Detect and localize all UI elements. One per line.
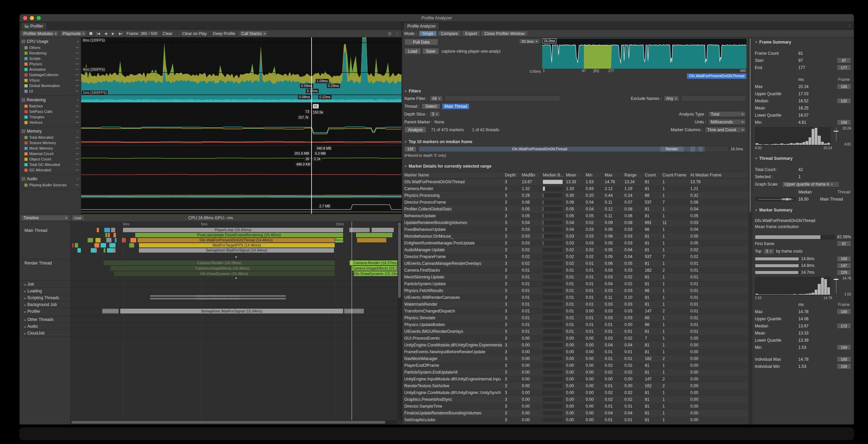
marker-row[interactable]: NavMeshManager30.000.000.000.010.0116220…: [402, 355, 748, 362]
marker-row[interactable]: UnityEngine.CoreModule.dll!UnityEngine.E…: [402, 342, 748, 348]
column-header-marker-name[interactable]: Marker Name: [402, 172, 503, 178]
marker-row[interactable]: RenderTexture.SetActive30.000.000.000.01…: [402, 382, 748, 389]
selected-marker-chip[interactable]: Gfx.WaitForPresentOnGfxThread: [687, 73, 746, 79]
thread-label-loading[interactable]: ▸Loading: [20, 288, 70, 294]
frame-jump-button[interactable]: 97: [837, 57, 851, 63]
thread-label-cloudjob[interactable]: ▸CloudJob: [20, 330, 70, 337]
marker-row[interactable]: Gfx.WaitForPresentOnGfxThread313.6713.33…: [402, 178, 748, 185]
timeline-bar[interactable]: Camera.Render (16.28ms): [104, 260, 335, 265]
timeline-bar[interactable]: Semaphore.WaitForSignal (18.46ms): [150, 298, 286, 300]
marker-row[interactable]: ParticleSystem.Update30.010.010.010.040.…: [402, 280, 748, 287]
frame-jump-button[interactable]: 97: [837, 241, 851, 246]
mode-single[interactable]: Single: [419, 31, 437, 36]
marker-row[interactable]: PlayerEndOfFrame30.000.000.000.020.02811…: [402, 362, 748, 369]
thread-label-other-threads[interactable]: ▸Other Threads: [20, 316, 70, 323]
top-marker-segment[interactable]: Gfx.WaitForPresentOnGfxThread: [419, 147, 660, 152]
timeline-horizontal-scrollbar[interactable]: [71, 420, 397, 424]
marker-row[interactable]: ParticleSystem.EndUpdateAll30.000.000.00…: [402, 369, 748, 376]
marker-row[interactable]: Director.PrepareFrame30.020.020.020.050.…: [402, 253, 748, 260]
legend-item-material-count[interactable]: Material Count: [20, 151, 81, 156]
marker-row[interactable]: UIEvents.WillRenderCanvases30.010.010.01…: [402, 294, 748, 301]
exclude-mode-dropdown[interactable]: Any: [664, 96, 679, 101]
legend-item-mesh-memory[interactable]: Mesh Memory: [20, 146, 81, 151]
timeline-bar[interactable]: PlayerLoop (16.65ms): [123, 228, 343, 232]
legend-item-garbagecollector[interactable]: GarbageCollector: [20, 72, 81, 78]
histogram-bars[interactable]: [755, 127, 831, 146]
legend-item-texture-memory[interactable]: Texture Memory: [20, 140, 81, 146]
timeline-bar[interactable]: [104, 248, 106, 253]
clear-button[interactable]: Clear: [160, 31, 175, 36]
marker-row[interactable]: FinalizeUpdateRendererBoundingVolumes30.…: [402, 410, 748, 416]
marker-row[interactable]: Camera.FindStacks30.010.010.010.030.0316…: [402, 267, 748, 274]
marker-row[interactable]: Director.ProcessFrame30.060.060.040.110.…: [402, 199, 748, 206]
timeline-bar[interactable]: Camera.Render (16.27ms): [350, 260, 402, 265]
top-marker-segment[interactable]: [695, 147, 699, 152]
timeline-bar[interactable]: WaitForTargetFPS (14.46ms): [139, 243, 335, 247]
legend-item-gc-allocated[interactable]: GC Allocated: [20, 167, 81, 173]
frame-jump-button[interactable]: 159: [837, 344, 851, 350]
profiler-modules-dropdown[interactable]: Profiler Modules: [21, 31, 59, 36]
chart-scale-dropdown[interactable]: 20.3ms: [519, 39, 540, 44]
timeline-bar[interactable]: [101, 243, 106, 247]
rendering-chart[interactable]: 9173150.5k157.7k: [81, 103, 402, 146]
marker-row[interactable]: UIEvents.IMGUIRenderOverlays30.010.010.0…: [402, 328, 748, 335]
save-button[interactable]: Save: [422, 48, 439, 54]
timeline-playhead[interactable]: [352, 222, 352, 420]
top-marker-segment[interactable]: [699, 147, 702, 152]
legend-item-object-count[interactable]: Object Count: [20, 156, 81, 162]
context-menu-icon[interactable]: ⋮: [394, 32, 400, 35]
column-header-count-frame[interactable]: Count Frame: [660, 172, 688, 178]
top-marker-segment[interactable]: [684, 147, 690, 152]
timeline-bar[interactable]: WaitForSi: [102, 309, 119, 313]
marker-row[interactable]: Graphics.PresentAndSync30.000.000.000.02…: [402, 396, 748, 403]
legend-item-global-illumination[interactable]: Global Illumination: [20, 83, 81, 88]
timeline-bar[interactable]: [106, 238, 111, 242]
frame-jump-button[interactable]: 100: [837, 256, 851, 262]
marker-row[interactable]: Profiler.CollectGlobalStats30.050.050.04…: [402, 206, 748, 212]
timeline-bar[interactable]: [115, 238, 117, 242]
thread-summary-header[interactable]: Thread Summary: [752, 155, 854, 162]
units-dropdown[interactable]: Milliseconds: [708, 119, 746, 125]
mode-export[interactable]: Export: [462, 31, 480, 36]
marker-row[interactable]: UnityEngine.InputModule.dll!UnityEngineI…: [402, 376, 748, 382]
legend-item-setpass-calls[interactable]: SetPass Calls: [20, 109, 81, 114]
first-frame-icon[interactable]: |◀: [95, 32, 101, 35]
timeline-bar[interactable]: [113, 233, 116, 237]
top-markers-bar[interactable]: Gfx.WaitForPresentOnGfxThreadRender: [419, 146, 729, 152]
timeline-bar[interactable]: Gfx.DrawDynamic (15.48ms): [114, 271, 335, 276]
timeline-bar[interactable]: [94, 243, 99, 247]
legend-item-rendering[interactable]: Rendering: [20, 50, 81, 56]
marker-row[interactable]: Physics.FetchResults30.010.010.010.030.0…: [402, 287, 748, 294]
marker-row[interactable]: UnityEngine.CoreModule.dll!UnityEngine::…: [402, 389, 748, 396]
thread-label-audio[interactable]: ▸Audio: [20, 323, 70, 330]
frame-jump-button[interactable]: 129: [837, 270, 851, 275]
call-stacks-dropdown[interactable]: Call Stacks: [239, 31, 268, 36]
layout-icon[interactable]: ◫: [387, 32, 393, 35]
module-header-memory[interactable]: Memory≡: [20, 127, 81, 135]
legend-item-ui[interactable]: UI: [20, 88, 81, 94]
timeline-bar[interactable]: Semaphore.WaitForSignal (15.04ms): [120, 309, 343, 313]
frame-times-chart[interactable]: 16.0ms: [542, 39, 746, 69]
details-vertical-scrollbar[interactable]: [748, 37, 752, 424]
top-n-dropdown[interactable]: 3: [763, 249, 774, 254]
exclude-names-input[interactable]: [681, 96, 746, 101]
column-header-max[interactable]: Max: [603, 172, 622, 178]
timeline-bar[interactable]: [91, 248, 95, 253]
marker-row[interactable]: EnlightenRuntimeManager.PostUpdate30.030…: [402, 240, 748, 246]
marker-row[interactable]: WatermarkRender30.010.010.010.030.038110…: [402, 301, 748, 308]
zoom-button[interactable]: [37, 16, 41, 20]
timeline-bar[interactable]: [122, 238, 125, 242]
playmode-dropdown[interactable]: Playmode: [60, 31, 87, 36]
legend-item-vertices[interactable]: Vertices: [20, 120, 81, 125]
timeline-bar[interactable]: aitForSi: [344, 309, 364, 313]
marker-row[interactable]: Physics.UpdateBodies30.010.010.010.010.0…: [402, 321, 748, 328]
frame-jump-button[interactable]: 172: [837, 323, 851, 329]
tab-profiler[interactable]: Profiler: [21, 22, 47, 30]
marker-row[interactable]: FrameEvents.NewInputBeforeRenderUpdate30…: [402, 348, 748, 355]
titlebar[interactable]: Profile Analyzer: [20, 14, 854, 22]
top-markers-header[interactable]: Top 10 markers on median frame: [404, 138, 746, 145]
depth-slice-dropdown[interactable]: 3: [429, 111, 440, 117]
histogram-bars[interactable]: [755, 277, 831, 295]
timeline-bar[interactable]: [88, 238, 93, 242]
mode-close-profiler-window[interactable]: Close Profiler Window: [481, 31, 528, 36]
